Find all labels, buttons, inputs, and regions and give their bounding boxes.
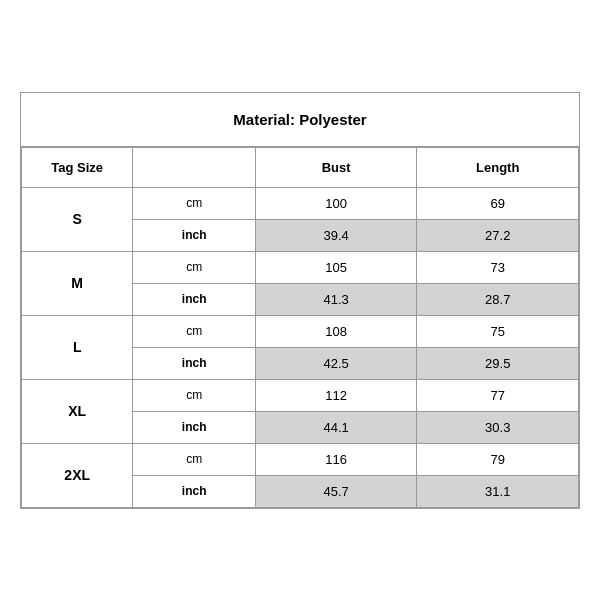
size-chart-container: Material: Polyester Tag Size Bust Length… xyxy=(20,92,580,509)
unit-inch-cell: inch xyxy=(133,219,256,251)
bust-cm-value: 116 xyxy=(255,443,417,475)
bust-header: Bust xyxy=(255,147,417,187)
tag-size-cell: 2XL xyxy=(22,443,133,507)
bust-cm-value: 112 xyxy=(255,379,417,411)
unit-cm-cell: cm xyxy=(133,315,256,347)
bust-inch-value: 44.1 xyxy=(255,411,417,443)
table-body: Scm10069inch39.427.2Mcm10573inch41.328.7… xyxy=(22,187,579,507)
length-cm-value: 69 xyxy=(417,187,579,219)
length-inch-value: 28.7 xyxy=(417,283,579,315)
length-cm-value: 79 xyxy=(417,443,579,475)
size-table: Tag Size Bust Length Scm10069inch39.427.… xyxy=(21,147,579,508)
table-row: XLcm11277 xyxy=(22,379,579,411)
bust-cm-value: 100 xyxy=(255,187,417,219)
tag-size-header: Tag Size xyxy=(22,147,133,187)
tag-size-cell: M xyxy=(22,251,133,315)
unit-inch-cell: inch xyxy=(133,411,256,443)
tag-size-cell: XL xyxy=(22,379,133,443)
length-inch-value: 29.5 xyxy=(417,347,579,379)
bust-cm-value: 108 xyxy=(255,315,417,347)
table-header-row: Tag Size Bust Length xyxy=(22,147,579,187)
bust-cm-value: 105 xyxy=(255,251,417,283)
unit-cm-cell: cm xyxy=(133,443,256,475)
length-cm-value: 75 xyxy=(417,315,579,347)
unit-cm-cell: cm xyxy=(133,251,256,283)
tag-size-cell: S xyxy=(22,187,133,251)
table-row: Mcm10573 xyxy=(22,251,579,283)
unit-inch-cell: inch xyxy=(133,347,256,379)
table-row: Scm10069 xyxy=(22,187,579,219)
bust-inch-value: 45.7 xyxy=(255,475,417,507)
unit-cm-cell: cm xyxy=(133,187,256,219)
length-header: Length xyxy=(417,147,579,187)
tag-size-cell: L xyxy=(22,315,133,379)
unit-inch-cell: inch xyxy=(133,283,256,315)
length-inch-value: 31.1 xyxy=(417,475,579,507)
bust-inch-value: 39.4 xyxy=(255,219,417,251)
length-inch-value: 30.3 xyxy=(417,411,579,443)
length-cm-value: 77 xyxy=(417,379,579,411)
chart-title: Material: Polyester xyxy=(21,93,579,147)
table-row: 2XLcm11679 xyxy=(22,443,579,475)
bust-inch-value: 42.5 xyxy=(255,347,417,379)
unit-cm-cell: cm xyxy=(133,379,256,411)
length-cm-value: 73 xyxy=(417,251,579,283)
bust-inch-value: 41.3 xyxy=(255,283,417,315)
table-row: Lcm10875 xyxy=(22,315,579,347)
unit-inch-cell: inch xyxy=(133,475,256,507)
unit-header xyxy=(133,147,256,187)
length-inch-value: 27.2 xyxy=(417,219,579,251)
